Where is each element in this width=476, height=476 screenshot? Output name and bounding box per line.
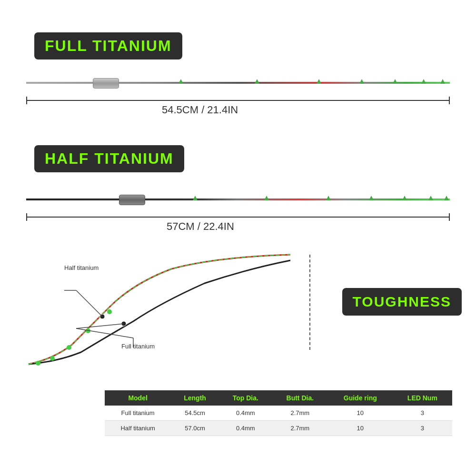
guide-ring [193,196,198,200]
table-body: Full titanium54.5cm0.4mm2.7mm103Half tit… [105,406,452,436]
half-titanium-label: HALF TITANIUM [34,145,184,172]
col-butt-dia: Butt Dia. [272,390,328,406]
guide-ring [421,79,426,84]
dim-tick-right [449,97,450,104]
guide-ring [317,79,321,84]
half-ti-annotation: Half titanium [64,264,99,271]
table-cell: 54.5cm [171,406,219,421]
col-led-num: LED Num [393,390,452,406]
table-cell: Half titanium [105,421,171,436]
dim-tick-left [26,97,27,104]
table-row: Half titanium57.0cm0.4mm2.7mm103 [105,421,452,436]
guide-ring [428,196,433,200]
col-guide-ring: Guide ring [328,390,393,406]
rod-half-image [26,193,450,207]
reel-seat-full [93,78,119,89]
dim-text-half: 57CM / 22.4IN [167,220,234,233]
table-cell: 2.7mm [272,406,328,421]
specs-table: Model Length Top Dia. Butt Dia. Guide ri… [105,390,452,436]
page-container: FULL TITANIUM 54.5CM / 21.4IN HALF TITAN… [0,0,476,476]
half-titanium-text: HALF TITANIUM [45,150,174,167]
svg-line-9 [76,324,124,328]
table-cell: 3 [393,421,452,436]
table-cell: 3 [393,406,452,421]
toughness-svg [14,250,324,374]
svg-point-0 [36,361,40,366]
rod-full [26,76,450,90]
toughness-section: Half titanium Full titanium TOUGHNESS [14,250,471,383]
guide-ring [326,196,331,200]
header-row: Model Length Top Dia. Butt Dia. Guide ri… [105,390,452,406]
full-titanium-text: FULL TITANIUM [45,37,172,54]
rod-full-image [26,76,450,90]
full-titanium-label: FULL TITANIUM [34,32,182,60]
table-cell: 2.7mm [272,421,328,436]
col-length: Length [171,390,219,406]
dim-line [26,100,450,101]
dim-tick-right [449,213,450,221]
rod-half [26,193,450,207]
guide-ring [255,79,259,84]
svg-line-7 [76,290,102,317]
toughness-label: TOUGHNESS [342,288,462,316]
dim-line [26,217,450,218]
table-cell: 57.0cm [171,421,219,436]
table-cell: Full titanium [105,406,171,421]
guide-ring [264,196,269,200]
svg-point-2 [67,345,71,350]
guide-ring [402,196,407,200]
col-top-dia: Top Dia. [219,390,272,406]
table-cell: 10 [328,421,393,436]
table-cell: 0.4mm [219,421,272,436]
table-cell: 0.4mm [219,406,272,421]
dim-tick-left [26,213,27,221]
toughness-text: TOUGHNESS [353,294,451,309]
svg-point-1 [50,356,55,361]
specifications-table: Model Length Top Dia. Butt Dia. Guide ri… [105,390,452,436]
svg-point-4 [107,309,112,314]
full-ti-annotation: Full titanium [121,343,155,350]
dim-text-full: 54.5CM / 21.4IN [162,104,238,116]
guide-ring [369,196,374,200]
col-model: Model [105,390,171,406]
table-cell: 10 [328,406,393,421]
guide-ring [178,79,183,84]
reel-seat-half [119,195,145,205]
guide-ring [444,196,449,200]
guide-ring [359,79,364,84]
guide-ring [393,79,397,84]
svg-line-10 [76,328,133,338]
dimension-line-half [26,212,450,226]
table-row: Full titanium54.5cm0.4mm2.7mm103 [105,406,452,421]
vertical-separator [309,255,310,350]
table-header: Model Length Top Dia. Butt Dia. Guide ri… [105,390,452,406]
guide-ring [440,79,445,84]
